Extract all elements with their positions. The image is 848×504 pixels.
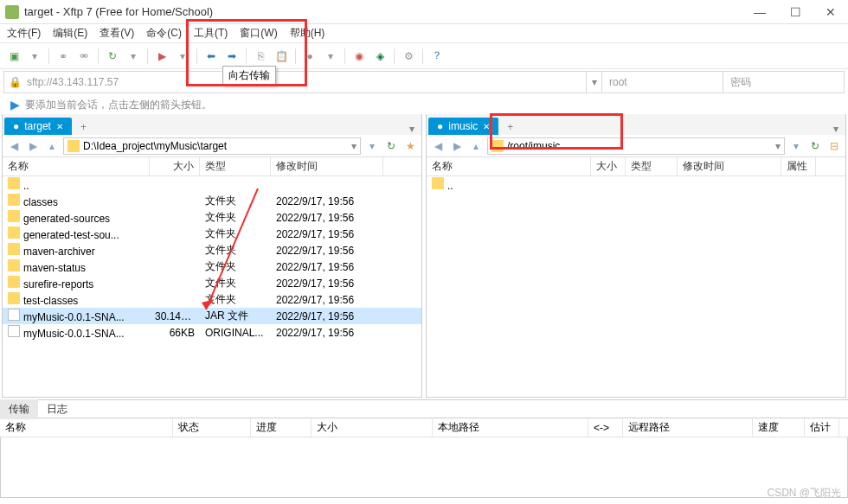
local-pathbar: ◀ ▶ ▴ ▾ ▾ ↻ ★ — [3, 135, 421, 157]
menu-command[interactable]: 命令(C) — [146, 26, 182, 41]
unlink-icon[interactable]: ⚮ — [75, 48, 93, 65]
header-size[interactable]: 大小 — [150, 157, 200, 175]
copy-icon[interactable]: ⎘ — [252, 48, 269, 65]
table-row[interactable]: .. — [3, 176, 421, 193]
separator — [295, 48, 296, 64]
local-path-input[interactable] — [83, 140, 351, 152]
drive-icon[interactable]: ⊟ — [826, 138, 842, 154]
table-row[interactable]: myMusic-0.0.1-SNA...30.14MBJAR 文件2022/9/… — [3, 308, 421, 324]
forward-icon[interactable]: ▶ — [25, 138, 41, 154]
refresh-icon[interactable]: ↻ — [807, 138, 823, 154]
local-rows: ..classes文件夹2022/9/17, 19:56generated-so… — [3, 176, 421, 341]
stop-icon[interactable]: ● — [301, 48, 318, 65]
chevron-down-icon[interactable]: ▾ — [351, 140, 357, 152]
menu-tools[interactable]: 工具(T) — [194, 26, 228, 41]
table-row[interactable]: .. — [427, 176, 845, 193]
menu-window[interactable]: 窗口(W) — [240, 26, 277, 41]
th-speed[interactable]: 速度 — [753, 418, 805, 437]
new-tab-button[interactable]: + — [75, 119, 92, 135]
header-type[interactable]: 类型 — [626, 157, 678, 175]
hint-text: 要添加当前会话，点击左侧的箭头按钮。 — [25, 98, 212, 112]
password-field[interactable]: 密码 — [723, 72, 844, 93]
dropdown-icon[interactable]: ▾ — [322, 48, 339, 65]
menu-view[interactable]: 查看(V) — [100, 26, 134, 41]
th-arrow[interactable]: <-> — [588, 418, 623, 437]
maximize-button[interactable]: ☐ — [783, 5, 808, 19]
table-row[interactable]: generated-sources文件夹2022/9/17, 19:56 — [3, 209, 421, 226]
up-icon[interactable]: ▴ — [44, 138, 60, 154]
th-progress[interactable]: 进度 — [251, 418, 312, 437]
table-row[interactable]: test-classes文件夹2022/9/17, 19:56 — [3, 291, 421, 308]
file-icon — [8, 325, 20, 337]
transfer-left-icon[interactable]: ⬅ — [202, 48, 220, 65]
new-session-icon[interactable]: ▣ — [5, 48, 22, 65]
remote-file-header: 名称 大小 类型 修改时间 属性 — [427, 157, 845, 176]
th-localpath[interactable]: 本地路径 — [433, 418, 588, 437]
table-row[interactable]: myMusic-0.0.1-SNA...66KBORIGINAL...2022/… — [3, 324, 421, 341]
tab-close-icon[interactable]: ✕ — [56, 122, 63, 131]
link-icon[interactable]: ⚭ — [55, 48, 72, 65]
table-row[interactable]: generated-test-sou...文件夹2022/9/17, 19:56 — [3, 226, 421, 242]
th-size[interactable]: 大小 — [312, 418, 433, 437]
header-type[interactable]: 类型 — [200, 157, 271, 175]
table-row[interactable]: maven-archiver文件夹2022/9/17, 19:56 — [3, 242, 421, 258]
back-icon[interactable]: ◀ — [430, 138, 446, 154]
help-icon[interactable]: ？ — [428, 48, 446, 65]
tab-transfer[interactable]: 传输 — [0, 399, 38, 419]
close-button[interactable]: ✕ — [819, 5, 843, 19]
header-name[interactable]: 名称 — [427, 157, 591, 175]
local-tab[interactable]: ● target ✕ — [4, 118, 72, 135]
header-attr[interactable]: 属性 — [781, 157, 816, 175]
dropdown-icon[interactable]: ▾ — [26, 48, 43, 65]
username-field[interactable]: root — [601, 72, 723, 93]
header-date[interactable]: 修改时间 — [271, 157, 383, 175]
table-row[interactable]: classes文件夹2022/9/17, 19:56 — [3, 193, 421, 209]
back-icon[interactable]: ◀ — [6, 138, 22, 154]
refresh-icon[interactable]: ↻ — [104, 48, 121, 65]
table-row[interactable]: maven-status文件夹2022/9/17, 19:56 — [3, 258, 421, 275]
remote-tab[interactable]: ● imusic ✕ — [428, 118, 498, 135]
refresh-icon[interactable]: ↻ — [383, 138, 399, 154]
record-icon[interactable]: ▶ — [153, 48, 170, 65]
app1-icon[interactable]: ◉ — [350, 48, 368, 65]
path-dropdown-icon[interactable]: ▾ — [364, 138, 380, 154]
header-date[interactable]: 修改时间 — [678, 157, 781, 175]
tabs-dropdown-icon[interactable]: ▾ — [826, 123, 845, 135]
remote-path-input[interactable] — [507, 140, 775, 152]
app2-icon[interactable]: ◈ — [371, 48, 389, 65]
menu-help[interactable]: 帮助(H) — [290, 26, 325, 41]
separator — [147, 48, 148, 64]
th-status[interactable]: 状态 — [173, 418, 251, 437]
table-row[interactable]: surefire-reports文件夹2022/9/17, 19:56 — [3, 275, 421, 291]
tab-close-icon[interactable]: ✕ — [483, 122, 490, 131]
header-name[interactable]: 名称 — [3, 157, 150, 175]
settings-icon[interactable]: ⚙ — [400, 48, 417, 65]
bookmark-icon[interactable]: ★ — [402, 138, 418, 154]
tab-log[interactable]: 日志 — [38, 399, 76, 419]
tab-label: target — [24, 120, 51, 132]
chevron-down-icon[interactable]: ▾ — [775, 140, 781, 152]
local-path-box[interactable]: ▾ — [63, 137, 361, 155]
watermark: CSDN @飞阳光 — [767, 486, 841, 501]
th-eta[interactable]: 估计 — [805, 418, 839, 437]
dropdown-icon[interactable]: ▾ — [174, 48, 191, 65]
forward-icon[interactable]: ▶ — [449, 138, 465, 154]
paste-icon[interactable]: 📋 — [273, 48, 290, 65]
url-field[interactable]: sftp://43.143.117.57 — [25, 76, 586, 88]
path-dropdown-icon[interactable]: ▾ — [788, 138, 804, 154]
up-icon[interactable]: ▴ — [468, 138, 484, 154]
new-tab-button[interactable]: + — [502, 119, 518, 135]
local-pane: ● target ✕ + ▾ ◀ ▶ ▴ ▾ ▾ ↻ ★ 名称 大小 类型 — [2, 114, 422, 398]
remote-path-box[interactable]: ▾ — [487, 137, 785, 155]
th-remotepath[interactable]: 远程路径 — [623, 418, 753, 437]
transfer-header: 名称 状态 进度 大小 本地路径 <-> 远程路径 速度 估计 — [0, 418, 848, 437]
minimize-button[interactable]: — — [747, 5, 773, 19]
dropdown-icon[interactable]: ▾ — [125, 48, 142, 65]
tabs-dropdown-icon[interactable]: ▾ — [402, 123, 421, 135]
header-size[interactable]: 大小 — [591, 157, 626, 175]
th-name[interactable]: 名称 — [0, 418, 173, 437]
menu-edit[interactable]: 编辑(E) — [53, 26, 87, 41]
menu-file[interactable]: 文件(F) — [7, 26, 41, 41]
transfer-right-icon[interactable]: ➡ — [223, 48, 241, 65]
url-dropdown-icon[interactable]: ▾ — [586, 72, 601, 93]
